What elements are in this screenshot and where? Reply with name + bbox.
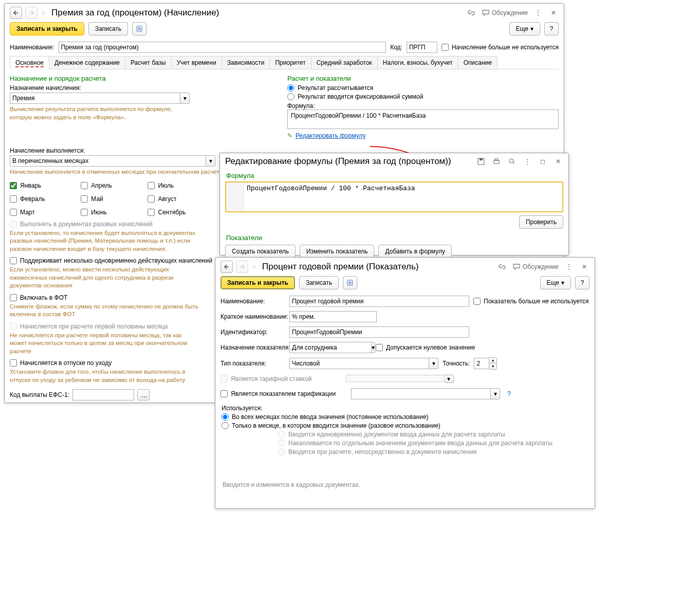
create-indicator-button[interactable]: Создать показатель	[225, 245, 296, 258]
w3-discuss-button[interactable]: Обсуждение	[512, 262, 559, 272]
pencil-icon: ✎	[287, 132, 292, 139]
w2-formula-label: Формула	[226, 172, 568, 179]
print-icon[interactable]	[491, 156, 502, 167]
tab-deps[interactable]: Зависимости	[222, 56, 270, 69]
w3-allow-zero-checkbox[interactable]: Допускается нулевое значение	[376, 344, 475, 351]
efs-input[interactable]	[72, 389, 134, 400]
tab-base[interactable]: Расчет базы	[125, 56, 172, 69]
link-icon[interactable]	[466, 8, 476, 18]
w3-unused-checkbox[interactable]: Показатель больше не используется	[473, 298, 589, 305]
edit-indicator-button[interactable]: Изменить показатель	[300, 245, 375, 258]
month-aug[interactable]: Август	[148, 195, 211, 203]
close-icon[interactable]: ✕	[548, 8, 559, 18]
w2-kebab-icon[interactable]: ⋮	[522, 156, 532, 167]
name-row: Наименование: Код: Начисление больше не …	[5, 41, 564, 54]
kebab-icon[interactable]: ⋮	[533, 8, 543, 18]
w3-more-button[interactable]: Еще▾	[540, 276, 571, 289]
w3-nav-back-button[interactable]	[220, 261, 233, 273]
w3-type-select[interactable]	[289, 358, 429, 369]
save-button[interactable]: Записать	[88, 22, 128, 35]
w3-kebab-icon[interactable]: ⋮	[564, 262, 574, 272]
stepper-down[interactable]: ▾	[489, 363, 496, 369]
w3-title: Процент годовой премии (Показатель)	[262, 262, 419, 272]
tab-tax[interactable]: Налоги, взносы, бухучет	[377, 56, 458, 69]
nav-back-button[interactable]	[10, 7, 22, 19]
chk-once-hint: Если установлено, то начисление будет вы…	[10, 229, 200, 253]
month-jan[interactable]: Январь	[10, 182, 70, 189]
code-label: Код:	[390, 44, 402, 51]
edit-formula-link[interactable]: Редактировать формулу	[296, 132, 366, 139]
w3-type-dropdown-button[interactable]: ▾	[429, 358, 438, 369]
discuss-button[interactable]: Обсуждение	[482, 8, 528, 18]
when-dropdown-button[interactable]: ▾	[206, 155, 215, 167]
tab-priority[interactable]: Приоритет	[269, 56, 311, 69]
editor-gutter	[226, 183, 244, 211]
efs-picker-button[interactable]: …	[137, 389, 150, 400]
purpose-hint: Вычисление результата расчета выполняетс…	[10, 105, 195, 121]
w3-help-button[interactable]: ?	[575, 276, 590, 289]
radio-calc[interactable]: Результат рассчитывается	[287, 84, 559, 92]
purpose-dropdown-button[interactable]: ▾	[180, 93, 190, 104]
tab-time[interactable]: Учет времени	[171, 56, 222, 69]
save-close-button[interactable]: Записать и закрыть	[10, 22, 84, 35]
check-button[interactable]: Проверить	[519, 215, 563, 229]
help-icon[interactable]: ?	[507, 390, 511, 397]
w2-indicators-label: Показатели	[226, 234, 568, 242]
w3-short-input[interactable]	[289, 311, 377, 322]
formula-textarea[interactable]	[244, 183, 562, 211]
when-select[interactable]	[10, 155, 206, 167]
caret-down-icon: ▾	[530, 25, 533, 32]
month-feb[interactable]: Февраль	[10, 195, 70, 203]
w3-close-icon[interactable]: ✕	[579, 262, 590, 272]
unused-checkbox[interactable]: Начисление больше не используется	[441, 44, 559, 51]
help-button[interactable]: ?	[544, 22, 559, 35]
month-jul[interactable]: Июль	[148, 182, 211, 189]
more-button[interactable]: Еще▾	[509, 22, 540, 35]
w2-title: Редактирование формулы (Премия за год (п…	[225, 156, 451, 167]
tab-money[interactable]: Денежное содержание	[49, 56, 125, 69]
month-sep[interactable]: Сентябрь	[148, 209, 211, 216]
w3-save-button[interactable]: Записать	[299, 276, 339, 289]
save-icon[interactable]	[476, 156, 486, 167]
code-input[interactable]	[407, 42, 437, 53]
nav-fwd-button[interactable]	[25, 7, 38, 19]
month-mar[interactable]: Март	[10, 209, 70, 216]
w3-unused-label: Показатель больше не используется	[484, 298, 589, 305]
purpose-select[interactable]	[10, 93, 180, 104]
w3-link-icon[interactable]	[497, 262, 507, 272]
w3-star-icon[interactable]: ☆	[251, 263, 257, 270]
name-label: Наименование:	[10, 44, 54, 51]
w3-tariff-ind-select[interactable]	[351, 388, 491, 399]
radio-permanent[interactable]: Во всех месяцах после ввода значения (по…	[222, 413, 588, 421]
search-icon[interactable]	[507, 156, 517, 167]
stepper-up[interactable]: ▴	[489, 358, 496, 363]
w3-dest-dropdown-button[interactable]: ▾	[372, 342, 375, 353]
tab-avg[interactable]: Средний заработок	[311, 56, 378, 69]
w3-list-button[interactable]	[343, 276, 357, 289]
radio-once-use[interactable]: Только в месяце, в котором вводится знач…	[222, 422, 588, 429]
w2-close-icon[interactable]: ✕	[553, 156, 563, 167]
month-may[interactable]: Май	[81, 195, 137, 203]
radio-fixed[interactable]: Результат вводится фиксированной суммой	[287, 93, 559, 100]
w3-id-input[interactable]	[289, 326, 469, 338]
maximize-icon[interactable]: ◻	[538, 156, 548, 167]
precision-input[interactable]	[474, 358, 489, 369]
list-button[interactable]	[132, 22, 146, 35]
w3-save-close-button[interactable]: Записать и закрыть	[220, 276, 295, 289]
tab-desc[interactable]: Описание	[458, 56, 498, 69]
header: ☆ Премия за год (процентом) (Начисление)…	[5, 4, 564, 21]
add-to-formula-button[interactable]: Добавить в формулу	[378, 245, 451, 258]
w3-nav-fwd-button[interactable]	[236, 261, 248, 273]
w3-tariff-rate-dropdown: ▾	[445, 375, 454, 383]
month-jun[interactable]: Июнь	[81, 209, 137, 216]
tab-main[interactable]: Основное	[10, 56, 49, 69]
name-input[interactable]	[59, 42, 386, 53]
w3-tariff-ind-checkbox[interactable]: Является показателем тарификации	[220, 390, 336, 397]
precision-stepper[interactable]: ▴▾	[474, 357, 497, 370]
w3-tariff-ind-dropdown[interactable]: ▾	[491, 388, 500, 399]
favorite-star-icon[interactable]: ☆	[41, 9, 46, 16]
w3-name-input[interactable]	[289, 296, 469, 307]
month-apr[interactable]: Апрель	[81, 182, 137, 189]
w3-tariff-rate-checkbox[interactable]: Является тарифной ставкой	[220, 375, 312, 382]
w3-dest-select[interactable]	[289, 342, 372, 353]
